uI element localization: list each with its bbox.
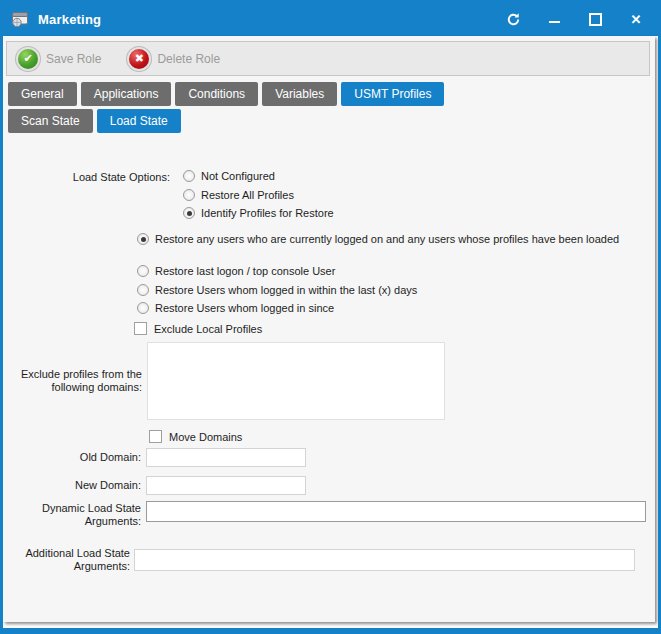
radio-option-not-configured[interactable]: Not Configured xyxy=(183,170,275,182)
radio-icon xyxy=(137,265,149,277)
old-domain-input[interactable] xyxy=(146,448,306,467)
additional-load-state-arguments-input[interactable] xyxy=(134,549,635,571)
window-title: Marketing xyxy=(38,12,101,27)
move-domains-checkbox[interactable]: Move Domains xyxy=(149,430,242,443)
checkbox-icon xyxy=(134,322,147,335)
additional-load-state-arguments-label: Additional Load State Arguments: xyxy=(3,547,130,573)
dynamic-load-state-arguments-input[interactable] xyxy=(146,501,646,522)
window-controls: ✕ xyxy=(505,12,644,28)
radio-option-identify-profiles[interactable]: Identify Profiles for Restore xyxy=(183,207,334,219)
app-panel: ✔ Save Role ✖ Delete Role General Applic… xyxy=(3,36,655,622)
radio-icon xyxy=(183,189,195,201)
refresh-icon[interactable] xyxy=(505,12,521,28)
exclude-domains-textarea[interactable] xyxy=(147,342,445,420)
dialog-window: Marketing ✕ ✔ Save Role ✖ Delete Role xyxy=(0,0,661,634)
titlebar: Marketing ✕ xyxy=(3,3,658,36)
radio-icon xyxy=(183,170,195,182)
radio-icon xyxy=(137,233,149,245)
radio-option-restore-logged-on-users[interactable]: Restore any users who are currently logg… xyxy=(130,233,635,246)
checkbox-icon xyxy=(149,430,162,443)
exclude-domains-label: Exclude profiles from the following doma… xyxy=(3,368,142,394)
old-domain-label: Old Domain: xyxy=(3,448,141,467)
load-state-form: Load State Options: Not Configured Resto… xyxy=(3,36,655,622)
radio-option-restore-last-x-days[interactable]: Restore Users whom logged in within the … xyxy=(137,284,417,296)
radio-icon xyxy=(183,207,195,219)
radio-option-restore-last-logon[interactable]: Restore last logon / top console User xyxy=(137,265,335,277)
dynamic-load-state-arguments-label: Dynamic Load State Arguments: xyxy=(3,502,141,528)
maximize-icon[interactable] xyxy=(587,12,603,28)
minimize-icon[interactable] xyxy=(546,12,562,28)
app-icon xyxy=(11,11,30,28)
new-domain-input[interactable] xyxy=(146,476,306,495)
new-domain-label: New Domain: xyxy=(3,476,141,495)
close-icon[interactable]: ✕ xyxy=(628,12,644,28)
radio-option-restore-all-profiles[interactable]: Restore All Profiles xyxy=(183,189,294,201)
radio-option-restore-since[interactable]: Restore Users whom logged in since xyxy=(137,302,334,314)
exclude-local-profiles-checkbox[interactable]: Exclude Local Profiles xyxy=(134,322,262,335)
radio-icon xyxy=(137,302,149,314)
radio-icon xyxy=(137,284,149,296)
load-state-options-label: Load State Options: xyxy=(3,171,170,184)
